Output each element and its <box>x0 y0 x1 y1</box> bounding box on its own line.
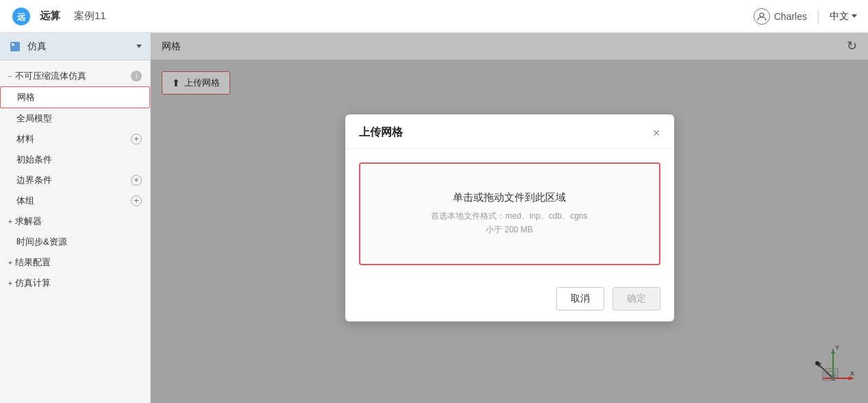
modal-footer: 取消 确定 <box>345 279 674 321</box>
header-divider <box>818 10 819 23</box>
svg-rect-4 <box>12 43 14 46</box>
sidebar-item-label: 体组 <box>16 195 34 207</box>
user-avatar-icon <box>754 8 770 25</box>
upload-zone-main-text: 单击或拖动文件到此区域 <box>374 191 645 204</box>
add-material-icon[interactable]: + <box>131 134 142 145</box>
expand-plus-icon: + <box>8 280 12 287</box>
lang-chevron-icon <box>852 14 857 18</box>
expand-plus-icon: + <box>8 259 12 267</box>
user-info[interactable]: Charles <box>754 8 807 25</box>
expand-plus-icon: + <box>8 218 12 225</box>
sidebar-item-result-config[interactable]: + 结果配置 <box>0 252 150 273</box>
sidebar-item-label: 仿真计算 <box>15 277 51 289</box>
modal-overlay: 上传网格 × 单击或拖动文件到此区域 首选本地文件格式：med、inp、cdb、… <box>151 33 868 403</box>
lang-label: 中文 <box>830 10 849 23</box>
upload-zone-formats: 首选本地文件格式：med、inp、cdb、cgns <box>431 211 587 221</box>
sidebar-item-label: 边界条件 <box>16 174 52 186</box>
modal-cancel-button[interactable]: 取消 <box>556 287 604 310</box>
sidebar-item-mesh[interactable]: 网格 <box>0 86 150 108</box>
sidebar-item-time-resource[interactable]: 时间步&资源 <box>0 232 150 252</box>
expand-minus-icon: − <box>8 73 12 80</box>
module-label: 仿真 <box>27 40 47 53</box>
sidebar-item-label: 材料 <box>16 133 34 145</box>
module-chevron-icon <box>136 45 142 48</box>
logo-area: 远 远算 案例11 <box>11 6 106 27</box>
user-name: Charles <box>774 11 807 22</box>
sidebar-item-label: 初始条件 <box>16 154 52 166</box>
sidebar: 仿真 − 不可压缩流体仿真 i 网格 全局模型 材料 + <box>0 33 151 403</box>
app-header: 远 远算 案例11 Charles 中文 <box>0 0 868 33</box>
sidebar-item-solver[interactable]: + 求解器 <box>0 211 150 232</box>
sidebar-item-label: 结果配置 <box>15 256 51 269</box>
sidebar-item-label: 时间步&资源 <box>16 236 67 248</box>
header-right: Charles 中文 <box>754 8 857 25</box>
sidebar-item-boundary-cond[interactable]: 边界条件 + <box>0 170 150 191</box>
sidebar-item-sim-compute[interactable]: + 仿真计算 <box>0 273 150 293</box>
svg-text:远: 远 <box>17 12 26 22</box>
sidebar-item-body-group[interactable]: 体组 + <box>0 191 150 211</box>
sidebar-item-label: 不可压缩流体仿真 <box>15 70 86 82</box>
info-badge: i <box>131 71 142 82</box>
modal-body: 单击或拖动文件到此区域 首选本地文件格式：med、inp、cdb、cgns 小于… <box>345 149 674 278</box>
add-body-group-icon[interactable]: + <box>131 195 142 206</box>
content-area: 网格 ↻ ⬆ 上传网格 Y X <box>151 33 868 403</box>
sidebar-item-label: 全局模型 <box>16 112 52 125</box>
sidebar-item-material[interactable]: 材料 + <box>0 129 150 149</box>
add-boundary-icon[interactable]: + <box>131 175 142 186</box>
sidebar-nav: − 不可压缩流体仿真 i 网格 全局模型 材料 + 初始条件 <box>0 60 150 403</box>
app-logo-icon: 远 <box>11 6 32 27</box>
main-layout: 仿真 − 不可压缩流体仿真 i 网格 全局模型 材料 + <box>0 33 868 403</box>
modal-confirm-button[interactable]: 确定 <box>612 287 660 310</box>
modal-title: 上传网格 <box>359 125 403 140</box>
modal-close-button[interactable]: × <box>653 127 660 139</box>
upload-mesh-modal: 上传网格 × 单击或拖动文件到此区域 首选本地文件格式：med、inp、cdb、… <box>345 114 674 321</box>
upload-drop-zone[interactable]: 单击或拖动文件到此区域 首选本地文件格式：med、inp、cdb、cgns 小于… <box>359 162 660 265</box>
cube-icon <box>8 40 22 53</box>
language-selector[interactable]: 中文 <box>830 10 857 23</box>
case-label: 案例11 <box>74 10 106 23</box>
upload-zone-size: 小于 200 MB <box>486 225 533 234</box>
modal-header: 上传网格 × <box>345 114 674 149</box>
upload-zone-sub-text: 首选本地文件格式：med、inp、cdb、cgns 小于 200 MB <box>374 210 645 236</box>
sidebar-item-label: 网格 <box>17 91 35 103</box>
sidebar-item-global-model[interactable]: 全局模型 <box>0 108 150 129</box>
sidebar-item-incompressible[interactable]: − 不可压缩流体仿真 i <box>0 66 150 86</box>
svg-point-2 <box>760 13 764 17</box>
sidebar-item-label: 求解器 <box>15 215 42 228</box>
sidebar-module-header[interactable]: 仿真 <box>0 33 150 60</box>
sidebar-item-initial-cond[interactable]: 初始条件 <box>0 149 150 170</box>
app-name: 远算 <box>40 10 60 23</box>
